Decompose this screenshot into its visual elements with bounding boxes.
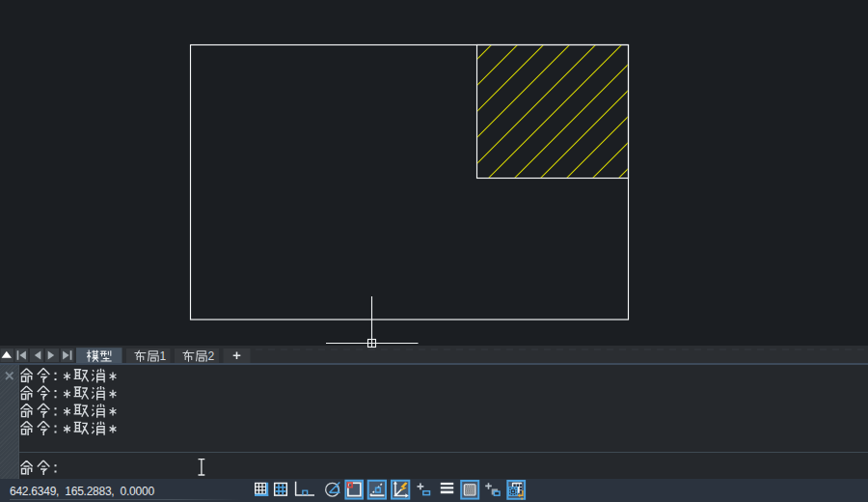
svg-text:1: 1	[160, 349, 167, 363]
svg-text:2: 2	[208, 349, 215, 363]
